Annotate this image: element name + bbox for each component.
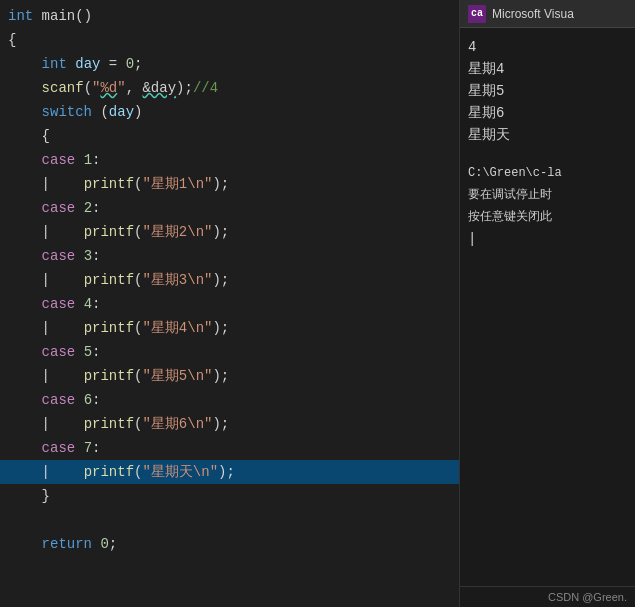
code-line-2: { xyxy=(0,28,459,52)
console-blank-1 xyxy=(468,146,627,162)
console-cursor xyxy=(468,228,627,250)
code-editor[interactable]: int main() { int day = 0; scanf("%d", &d… xyxy=(0,0,460,607)
code-line-23: return 0; xyxy=(0,532,459,556)
console-path: C:\Green\c-la xyxy=(468,162,627,184)
code-line-22 xyxy=(0,508,459,532)
code-line-3: int day = 0; xyxy=(0,52,459,76)
console-body: 4 星期4 星期5 星期6 星期天 C:\Green\c-la 要在调试停止时 … xyxy=(460,28,635,586)
code-line-15: case 5: xyxy=(0,340,459,364)
code-line-18: | printf("星期6\n"); xyxy=(0,412,459,436)
console-output-3: 星期5 xyxy=(468,80,627,102)
code-line-13: case 4: xyxy=(0,292,459,316)
console-title: Microsoft Visua xyxy=(492,7,574,21)
code-line-12: | printf("星期3\n"); xyxy=(0,268,459,292)
code-line-4: scanf("%d", &day);//4 xyxy=(0,76,459,100)
console-output-4: 星期6 xyxy=(468,102,627,124)
code-line-11: case 3: xyxy=(0,244,459,268)
console-output-5: 星期天 xyxy=(468,124,627,146)
code-line-7: case 1: xyxy=(0,148,459,172)
code-line-9: case 2: xyxy=(0,196,459,220)
code-line-21: } xyxy=(0,484,459,508)
code-line-17: case 6: xyxy=(0,388,459,412)
code-line-10: | printf("星期2\n"); xyxy=(0,220,459,244)
code-line-1: int main() xyxy=(0,4,459,28)
code-line-8: | printf("星期1\n"); xyxy=(0,172,459,196)
code-line-6: { xyxy=(0,124,459,148)
code-line-14: | printf("星期4\n"); xyxy=(0,316,459,340)
console-panel: ca Microsoft Visua 4 星期4 星期5 星期6 星期天 C:\… xyxy=(460,0,635,607)
keyword-int: int xyxy=(8,8,33,24)
console-footer: CSDN @Green. xyxy=(460,586,635,607)
console-msg-1: 要在调试停止时 xyxy=(468,184,627,206)
code-line-5: switch (day) xyxy=(0,100,459,124)
console-msg-2: 按任意键关闭此 xyxy=(468,206,627,228)
console-header: ca Microsoft Visua xyxy=(460,0,635,28)
console-output-2: 星期4 xyxy=(468,58,627,80)
code-content: int main() { int day = 0; scanf("%d", &d… xyxy=(0,0,459,560)
msvc-icon: ca xyxy=(468,5,486,23)
code-line-16: | printf("星期5\n"); xyxy=(0,364,459,388)
console-output-1: 4 xyxy=(468,36,627,58)
code-line-19: case 7: xyxy=(0,436,459,460)
code-line-20: | printf("星期天\n"); xyxy=(0,460,459,484)
